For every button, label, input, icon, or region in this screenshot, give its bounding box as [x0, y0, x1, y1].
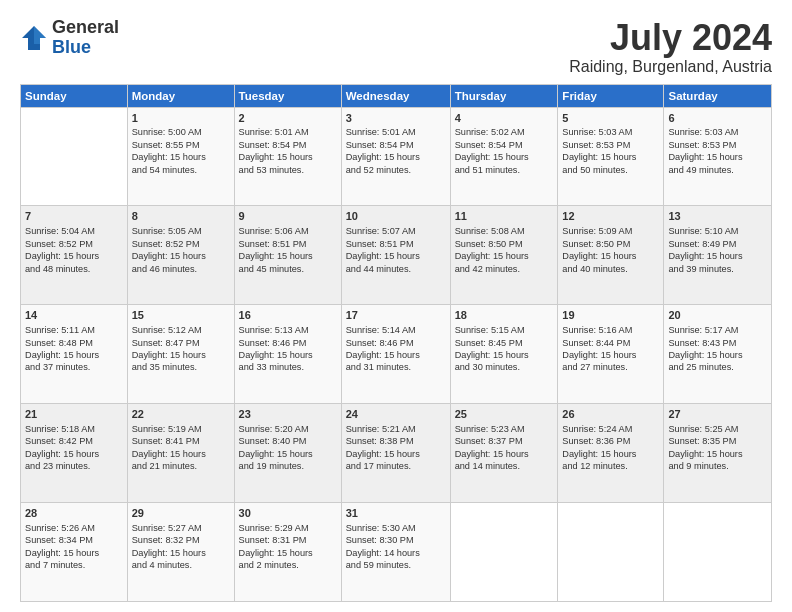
logo-text: General Blue: [52, 18, 119, 58]
calendar-day-10: 10Sunrise: 5:07 AMSunset: 8:51 PMDayligh…: [341, 206, 450, 305]
day-info: Daylight: 15 hours: [562, 152, 636, 162]
day-info: Sunrise: 5:01 AM: [346, 127, 416, 137]
calendar-day-15: 15Sunrise: 5:12 AMSunset: 8:47 PMDayligh…: [127, 305, 234, 404]
day-info: Sunset: 8:55 PM: [132, 140, 200, 150]
day-number: 30: [239, 506, 337, 521]
day-info: Sunset: 8:36 PM: [562, 436, 630, 446]
day-info: Daylight: 15 hours: [25, 548, 99, 558]
day-number: 25: [455, 407, 554, 422]
day-number: 1: [132, 111, 230, 126]
day-info: Sunset: 8:49 PM: [668, 239, 736, 249]
day-info: and 46 minutes.: [132, 264, 197, 274]
day-number: 21: [25, 407, 123, 422]
day-header-friday: Friday: [558, 84, 664, 107]
calendar-day-1: 1Sunrise: 5:00 AMSunset: 8:55 PMDaylight…: [127, 107, 234, 206]
day-info: Sunset: 8:46 PM: [239, 338, 307, 348]
day-info: Sunrise: 5:00 AM: [132, 127, 202, 137]
day-info: Sunset: 8:51 PM: [346, 239, 414, 249]
day-info: Sunset: 8:54 PM: [455, 140, 523, 150]
day-info: Sunrise: 5:30 AM: [346, 523, 416, 533]
day-info: Sunset: 8:53 PM: [668, 140, 736, 150]
day-info: Sunset: 8:50 PM: [455, 239, 523, 249]
day-number: 20: [668, 308, 767, 323]
day-info: Sunset: 8:53 PM: [562, 140, 630, 150]
day-info: Sunrise: 5:13 AM: [239, 325, 309, 335]
day-info: Sunrise: 5:17 AM: [668, 325, 738, 335]
day-info: Sunrise: 5:05 AM: [132, 226, 202, 236]
calendar-day-7: 7Sunrise: 5:04 AMSunset: 8:52 PMDaylight…: [21, 206, 128, 305]
day-info: Sunrise: 5:24 AM: [562, 424, 632, 434]
day-info: and 12 minutes.: [562, 461, 627, 471]
day-info: and 50 minutes.: [562, 165, 627, 175]
day-info: Sunset: 8:54 PM: [346, 140, 414, 150]
day-info: Sunrise: 5:02 AM: [455, 127, 525, 137]
location: Raiding, Burgenland, Austria: [569, 58, 772, 76]
day-header-tuesday: Tuesday: [234, 84, 341, 107]
day-number: 28: [25, 506, 123, 521]
day-info: Daylight: 15 hours: [455, 251, 529, 261]
day-info: Daylight: 15 hours: [239, 251, 313, 261]
day-header-monday: Monday: [127, 84, 234, 107]
day-number: 5: [562, 111, 659, 126]
day-header-thursday: Thursday: [450, 84, 558, 107]
day-number: 27: [668, 407, 767, 422]
day-number: 3: [346, 111, 446, 126]
day-info: and 19 minutes.: [239, 461, 304, 471]
day-number: 18: [455, 308, 554, 323]
day-info: Daylight: 14 hours: [346, 548, 420, 558]
day-number: 13: [668, 209, 767, 224]
day-number: 9: [239, 209, 337, 224]
day-number: 17: [346, 308, 446, 323]
calendar-day-26: 26Sunrise: 5:24 AMSunset: 8:36 PMDayligh…: [558, 404, 664, 503]
day-info: and 39 minutes.: [668, 264, 733, 274]
day-info: and 27 minutes.: [562, 362, 627, 372]
day-info: Sunset: 8:30 PM: [346, 535, 414, 545]
day-info: Sunset: 8:44 PM: [562, 338, 630, 348]
day-info: Sunrise: 5:29 AM: [239, 523, 309, 533]
day-info: Sunset: 8:52 PM: [132, 239, 200, 249]
day-info: Daylight: 15 hours: [668, 449, 742, 459]
calendar-day-24: 24Sunrise: 5:21 AMSunset: 8:38 PMDayligh…: [341, 404, 450, 503]
calendar-empty: [558, 503, 664, 602]
day-info: Sunset: 8:47 PM: [132, 338, 200, 348]
day-info: Sunrise: 5:04 AM: [25, 226, 95, 236]
calendar-week-row: 14Sunrise: 5:11 AMSunset: 8:48 PMDayligh…: [21, 305, 772, 404]
calendar-day-14: 14Sunrise: 5:11 AMSunset: 8:48 PMDayligh…: [21, 305, 128, 404]
calendar-day-22: 22Sunrise: 5:19 AMSunset: 8:41 PMDayligh…: [127, 404, 234, 503]
day-info: Sunrise: 5:19 AM: [132, 424, 202, 434]
day-info: Sunset: 8:35 PM: [668, 436, 736, 446]
calendar-week-row: 1Sunrise: 5:00 AMSunset: 8:55 PMDaylight…: [21, 107, 772, 206]
day-number: 22: [132, 407, 230, 422]
page: General Blue July 2024 Raiding, Burgenla…: [0, 0, 792, 612]
day-header-saturday: Saturday: [664, 84, 772, 107]
day-info: and 31 minutes.: [346, 362, 411, 372]
day-info: Daylight: 15 hours: [346, 350, 420, 360]
day-info: Daylight: 15 hours: [455, 449, 529, 459]
calendar-week-row: 28Sunrise: 5:26 AMSunset: 8:34 PMDayligh…: [21, 503, 772, 602]
day-info: Sunrise: 5:23 AM: [455, 424, 525, 434]
day-info: Sunset: 8:51 PM: [239, 239, 307, 249]
day-info: and 42 minutes.: [455, 264, 520, 274]
calendar: SundayMondayTuesdayWednesdayThursdayFrid…: [20, 84, 772, 602]
day-info: Daylight: 15 hours: [132, 350, 206, 360]
day-number: 7: [25, 209, 123, 224]
day-info: Sunset: 8:31 PM: [239, 535, 307, 545]
day-info: and 7 minutes.: [25, 560, 85, 570]
day-number: 23: [239, 407, 337, 422]
day-info: Daylight: 15 hours: [25, 350, 99, 360]
day-info: Sunset: 8:52 PM: [25, 239, 93, 249]
day-info: and 4 minutes.: [132, 560, 192, 570]
day-info: Sunset: 8:50 PM: [562, 239, 630, 249]
day-number: 2: [239, 111, 337, 126]
day-info: Sunrise: 5:12 AM: [132, 325, 202, 335]
calendar-day-13: 13Sunrise: 5:10 AMSunset: 8:49 PMDayligh…: [664, 206, 772, 305]
logo-general: General: [52, 18, 119, 38]
day-info: and 53 minutes.: [239, 165, 304, 175]
day-info: Sunset: 8:48 PM: [25, 338, 93, 348]
day-number: 31: [346, 506, 446, 521]
day-number: 16: [239, 308, 337, 323]
day-info: Sunset: 8:38 PM: [346, 436, 414, 446]
month-year: July 2024: [569, 18, 772, 58]
day-info: Daylight: 15 hours: [132, 548, 206, 558]
svg-marker-1: [34, 26, 46, 44]
